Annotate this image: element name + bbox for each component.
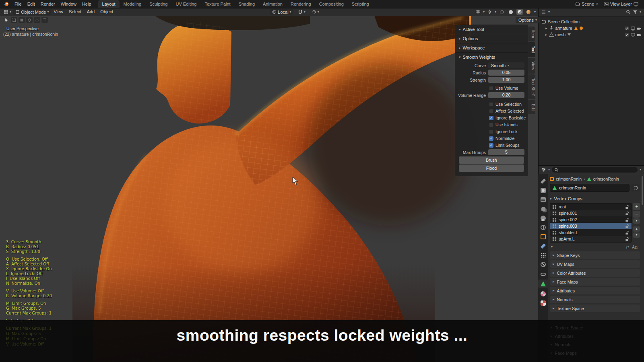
- select-mode-button-4[interactable]: [41, 17, 48, 23]
- volume-range-field[interactable]: 0.20: [488, 92, 524, 98]
- tab-modifier-properties[interactable]: [538, 243, 548, 249]
- hide-render-icon[interactable]: [637, 26, 641, 31]
- tab-material-properties[interactable]: [538, 290, 548, 297]
- vertex-group-spine-001[interactable]: spine.001: [550, 210, 632, 216]
- menu-help[interactable]: Help: [79, 0, 94, 8]
- panel-active-tool[interactable]: ▸Active Tool: [455, 25, 528, 34]
- menu-view[interactable]: View: [51, 8, 66, 16]
- hide-viewport-icon[interactable]: [631, 33, 635, 37]
- vertex-group-specials-menu[interactable]: ▾: [633, 218, 640, 224]
- properties-editor-icon[interactable]: [541, 167, 546, 172]
- new-layer-icon[interactable]: [634, 2, 638, 6]
- panel-normals[interactable]: ▸Normals: [550, 296, 640, 303]
- sort-alpha-icon[interactable]: Az↓: [632, 245, 639, 249]
- proportional-editing-toggle[interactable]: ▾: [310, 9, 321, 14]
- breadcrumb-data[interactable]: crimsonRonin: [593, 177, 619, 181]
- gizmos-dropdown-icon[interactable]: ▾: [495, 10, 496, 14]
- sidebar-tab-view[interactable]: View: [528, 58, 535, 74]
- checkbox-normalize[interactable]: Normalize: [455, 135, 528, 142]
- properties-scrollbar[interactable]: [642, 176, 643, 205]
- hide-render-icon[interactable]: [637, 33, 641, 37]
- tab-object-data-properties[interactable]: [538, 280, 548, 288]
- lock-open-icon[interactable]: [625, 224, 630, 228]
- select-mode-button-1[interactable]: [19, 17, 25, 23]
- outliner-item-mesh[interactable]: ▸ mesh: [539, 31, 644, 38]
- menu-file[interactable]: File: [12, 0, 25, 8]
- editor-type-button[interactable]: ▾: [2, 9, 13, 15]
- active-tool-tweak-button[interactable]: [3, 17, 10, 23]
- lock-open-icon[interactable]: [625, 205, 630, 209]
- outliner-scene-collection[interactable]: Scene Collection: [539, 19, 644, 25]
- panel-smooth-weights[interactable]: ▾Smooth Weights: [455, 52, 528, 62]
- workspace-tab-shading[interactable]: Shading: [235, 0, 259, 8]
- selectable-checkbox-icon[interactable]: [625, 33, 629, 37]
- lock-open-icon[interactable]: [625, 237, 630, 241]
- menu-object[interactable]: Object: [97, 8, 116, 16]
- scene-selector[interactable]: Scene ✕: [574, 2, 600, 6]
- snapping-toggle[interactable]: ▾: [296, 9, 308, 15]
- sidebar-tab-tool[interactable]: Tool: [528, 42, 535, 57]
- checkbox-ignore-backside[interactable]: Ignore Backside: [455, 115, 528, 121]
- datablock-name-field[interactable]: crimsonRonin: [550, 184, 630, 192]
- transform-orientation-dropdown[interactable]: Local ▾: [270, 9, 293, 15]
- flood-button[interactable]: Flood: [459, 165, 524, 172]
- shading-rendered-button[interactable]: [525, 9, 532, 15]
- workspace-tab-uv-editing[interactable]: UV Editing: [171, 0, 200, 8]
- workspace-tab-texture-paint[interactable]: Texture Paint: [200, 0, 234, 8]
- shading-wireframe-button[interactable]: [499, 9, 505, 15]
- tab-world-properties[interactable]: [538, 224, 548, 231]
- brush-button[interactable]: Brush: [459, 156, 524, 164]
- panel-color-attributes[interactable]: ▸Color Attributes: [550, 269, 640, 277]
- checkbox-ignore-lock[interactable]: Ignore Lock: [455, 128, 528, 135]
- select-mode-button-3[interactable]: [34, 17, 40, 23]
- fake-user-button[interactable]: [631, 184, 640, 191]
- tab-tool-properties[interactable]: [538, 178, 548, 185]
- checkbox-use-volume[interactable]: Use Volume: [455, 85, 528, 91]
- checkbox-use-selection[interactable]: Use Selection: [455, 101, 528, 107]
- panel-attributes[interactable]: ▸Attributes: [550, 287, 640, 294]
- hide-viewport-icon[interactable]: [631, 26, 635, 31]
- workspace-tab-modeling[interactable]: Modeling: [120, 0, 146, 8]
- menu-add[interactable]: Add: [84, 8, 98, 16]
- sidebar-tab-item[interactable]: Item: [528, 27, 535, 41]
- menu-window[interactable]: Window: [58, 0, 79, 8]
- checkbox-affect-selected[interactable]: Affect Selected: [455, 108, 528, 114]
- outliner-editor-icon[interactable]: [541, 10, 546, 14]
- vertex-group-shoulder-l[interactable]: shoulder.L: [550, 229, 632, 236]
- scene-unlink-icon[interactable]: ✕: [596, 2, 599, 6]
- add-vertex-group-button[interactable]: +: [633, 203, 640, 210]
- menu-edit[interactable]: Edit: [25, 0, 38, 8]
- panel-face-maps[interactable]: ▸Face Maps: [550, 278, 640, 286]
- tab-render-properties[interactable]: [538, 187, 548, 194]
- outliner-item-armature[interactable]: ▸ armature: [539, 25, 644, 31]
- properties-filter-icon[interactable]: ▾: [640, 168, 641, 171]
- tab-viewlayer-properties[interactable]: [538, 206, 548, 212]
- menu-select[interactable]: Select: [66, 8, 84, 16]
- tab-texture-properties[interactable]: [538, 300, 548, 306]
- filter-dropdown-icon[interactable]: ▾: [640, 10, 641, 14]
- properties-search-input[interactable]: [552, 167, 638, 173]
- tab-output-properties[interactable]: [538, 196, 548, 203]
- shading-solid-button[interactable]: [508, 9, 514, 15]
- menu-render[interactable]: Render: [38, 0, 58, 8]
- panel-workspace[interactable]: ▸Workspace: [455, 43, 528, 52]
- panel-shape-keys[interactable]: ▸Shape Keys: [550, 251, 640, 259]
- shading-dropdown-icon[interactable]: ▾: [534, 10, 536, 14]
- vertex-group-uparm-l[interactable]: upArm.L: [550, 236, 632, 242]
- shading-material-button[interactable]: [516, 9, 523, 15]
- select-box-button[interactable]: [11, 17, 17, 23]
- workspace-tab-rendering[interactable]: Rendering: [287, 0, 315, 8]
- lock-open-icon[interactable]: [625, 211, 630, 216]
- panel-uv-maps[interactable]: ▸UV Maps: [550, 260, 640, 268]
- lock-open-icon[interactable]: [625, 230, 630, 235]
- move-group-up-button[interactable]: ▴: [633, 226, 640, 232]
- workspace-tab-compositing[interactable]: Compositing: [315, 0, 348, 8]
- tab-scene-properties[interactable]: [538, 215, 548, 222]
- sidebar-tab-edit[interactable]: Edit: [528, 100, 535, 114]
- tab-physics-properties[interactable]: [538, 261, 548, 268]
- select-mode-button-2[interactable]: [26, 17, 33, 23]
- vertex-group-spine-002[interactable]: spine.002: [550, 216, 632, 223]
- vertex-group-spine-003[interactable]: spine.003: [550, 223, 632, 229]
- expand-icon[interactable]: ▸: [545, 33, 547, 37]
- max-groups-field[interactable]: 5: [488, 149, 524, 155]
